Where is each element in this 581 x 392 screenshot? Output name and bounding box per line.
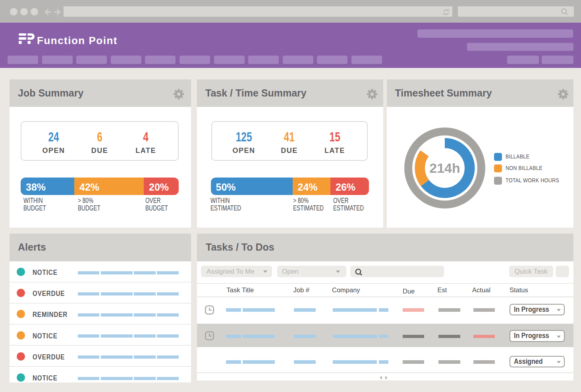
- svg-text:214h: 214h: [430, 160, 461, 176]
